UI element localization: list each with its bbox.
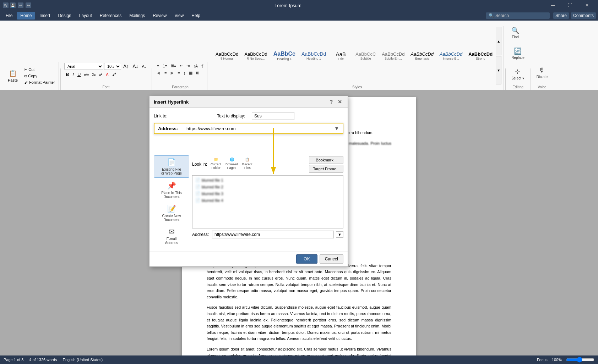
style-heading1[interactable]: AaBbCc Heading 1 — [271, 45, 298, 66]
create-new-link[interactable]: 📝 Create NewDocument — [154, 202, 189, 224]
share-button[interactable]: Share — [553, 12, 569, 19]
show-marks-button[interactable]: ¶ — [200, 63, 205, 69]
font-color-button[interactable]: A — [104, 72, 110, 77]
menu-help[interactable]: Help — [188, 12, 204, 20]
clear-format-button[interactable]: Aₓ — [141, 64, 148, 70]
paragraph-group: ≡ 1≡ ⊞≡ ⇤ ⇥ ↕A ¶ ⫷ ≡ ⫸ ≡ ↕ ▦ ⊞ Paragraph — [153, 62, 207, 90]
bullet-list-button[interactable]: ≡ — [156, 63, 161, 69]
format-painter-button[interactable]: 🖌 🖌 Format Painter Format Painter — [23, 79, 56, 85]
select-button[interactable]: ⊹ Select ▾ — [509, 64, 526, 84]
place-in-document-link[interactable]: 📌 Place In ThisDocument — [154, 179, 189, 201]
file-item-3[interactable]: 📄blurred file 3 — [194, 191, 342, 197]
browsed-pages-button[interactable]: 🌐 BrowsedPages — [224, 155, 239, 173]
menu-home[interactable]: Home — [17, 12, 35, 20]
subscript-button[interactable]: x₂ — [91, 71, 97, 77]
cut-button[interactable]: ✂ Cut — [23, 67, 56, 73]
text-to-display-label: Text to display: — [217, 114, 249, 118]
italic-button[interactable]: I — [71, 71, 75, 78]
bold-button[interactable]: B — [64, 71, 70, 78]
maximize-button[interactable]: ⛶ — [562, 0, 578, 11]
underline-button[interactable]: U — [76, 71, 82, 78]
undo-icon[interactable]: ↩ — [18, 2, 23, 8]
focus-button[interactable]: Focus — [537, 358, 548, 362]
decrease-indent-button[interactable]: ⇤ — [178, 63, 184, 69]
style-intense-em[interactable]: AaBbCcDd Intense E... — [437, 45, 465, 66]
current-folder-button[interactable]: 📁 CurrentFolder — [209, 155, 223, 173]
paste-button[interactable]: 📋 Paste — [4, 63, 21, 89]
dictate-button[interactable]: 🎙 Dictate — [534, 63, 550, 83]
style-no-spacing[interactable]: AaBbCcDd ¶ No Spac... — [241, 45, 270, 66]
align-right-button[interactable]: ⫸ — [169, 70, 175, 76]
minimize-button[interactable]: — — [545, 0, 561, 11]
para-suspendisse: Suspendisse quis magna quis mauris maxim… — [207, 263, 391, 300]
find-button[interactable]: 🔍 Find — [509, 23, 521, 43]
copy-button[interactable]: ⧉ Copy — [23, 73, 56, 79]
menu-mailings[interactable]: Mailings — [126, 12, 148, 20]
comments-button[interactable]: Comments — [571, 12, 596, 19]
search-icon: 🔍 — [489, 13, 494, 18]
save-icon[interactable]: 💾 — [10, 2, 16, 8]
browsed-pages-icon: 🌐 — [230, 158, 234, 161]
shading-button[interactable]: ▦ — [187, 70, 194, 76]
file-item-2[interactable]: 📄blurred file 2 — [194, 184, 342, 190]
quick-access-toolbar: 💾 ↩ ↪ — [10, 2, 31, 8]
dialog-close-button[interactable]: ✕ — [336, 98, 343, 105]
sort-button[interactable]: ↕A — [192, 63, 199, 69]
align-center-button[interactable]: ≡ — [163, 70, 168, 76]
style-title[interactable]: AaB Title — [329, 45, 352, 66]
zoom-slider[interactable] — [566, 357, 594, 363]
redo-icon[interactable]: ↪ — [26, 2, 31, 8]
address-input[interactable] — [212, 231, 334, 238]
line-spacing-button[interactable]: ↕ — [182, 70, 187, 76]
decrease-font-button[interactable]: A↓ — [131, 63, 140, 70]
styles-scroll-down[interactable]: ▼ — [496, 56, 501, 84]
menu-layout[interactable]: Layout — [76, 12, 96, 20]
justify-button[interactable]: ≡ — [176, 70, 181, 76]
text-to-display-input[interactable] — [252, 112, 294, 120]
style-heading2[interactable]: AaBbCcDd Heading 1 — [299, 45, 329, 66]
replace-button[interactable]: 🔄 Replace — [509, 43, 527, 63]
multilevel-list-button[interactable]: ⊞≡ — [169, 63, 178, 69]
separator-3 — [209, 68, 209, 90]
search-box[interactable]: 🔍 Search — [486, 12, 550, 19]
style-normal[interactable]: AaBbCcDd ¶ Normal — [213, 45, 241, 66]
borders-button[interactable]: ⊞ — [195, 70, 201, 76]
address-highlight-input[interactable] — [186, 126, 331, 131]
menu-review[interactable]: Review — [149, 12, 170, 20]
style-subtle-em[interactable]: AaBbCcDd Subtle Em... — [379, 45, 407, 66]
numbered-list-button[interactable]: 1≡ — [161, 63, 169, 69]
styles-group: AaBbCcDd ¶ Normal AaBbCcDd ¶ No Spac... … — [211, 26, 504, 90]
align-left-button[interactable]: ⫷ — [156, 70, 162, 76]
dialog-help-button[interactable]: ? — [328, 98, 335, 105]
style-strong[interactable]: AaBbCcDd Strong — [466, 45, 495, 66]
menu-references[interactable]: References — [96, 12, 125, 20]
address-dropdown-button[interactable]: ▼ — [336, 231, 343, 238]
bookmark-button[interactable]: Bookmark... — [309, 156, 343, 164]
font-family-select[interactable]: Arial — [64, 63, 103, 70]
superscript-button[interactable]: x² — [98, 72, 104, 77]
style-intense-em-preview: AaBbCcDd — [440, 51, 462, 57]
strikethrough-button[interactable]: ab — [83, 72, 90, 77]
highlight-button[interactable]: 🖍 — [111, 72, 118, 77]
style-emphasis[interactable]: AaBbCcDd Emphasis — [408, 45, 436, 66]
doc-content-below: Suspendisse quis magna quis mauris maxim… — [207, 263, 391, 364]
close-button[interactable]: ✕ — [579, 0, 595, 11]
style-subtitle[interactable]: AaBbCcC Subtitle — [353, 45, 379, 66]
menu-file[interactable]: File — [2, 12, 16, 20]
font-size-select[interactable]: 10.5 — [104, 63, 121, 70]
ok-button[interactable]: OK — [296, 254, 317, 264]
menu-view[interactable]: View — [171, 12, 187, 20]
menu-design[interactable]: Design — [54, 12, 75, 20]
target-frame-button[interactable]: Target Frame... — [309, 165, 343, 173]
email-address-link[interactable]: ✉ E-mailAddress — [154, 225, 189, 247]
menu-insert[interactable]: Insert — [36, 12, 54, 20]
increase-indent-button[interactable]: ⇥ — [185, 63, 191, 69]
file-item-4[interactable]: 📄blurred file 4 — [194, 197, 342, 203]
cancel-button[interactable]: Cancel — [320, 254, 343, 264]
recent-files-button[interactable]: 📋 RecentFiles — [241, 155, 254, 173]
styles-scroll-up[interactable]: ▲ — [496, 27, 501, 55]
increase-font-button[interactable]: A↑ — [122, 63, 130, 70]
existing-file-link[interactable]: 📄 Existing Fileor Web Page — [154, 155, 189, 178]
file-item-1[interactable]: 📄blurred file 1 — [194, 177, 342, 183]
dropdown-arrow-icon[interactable]: ▼ — [334, 126, 339, 131]
